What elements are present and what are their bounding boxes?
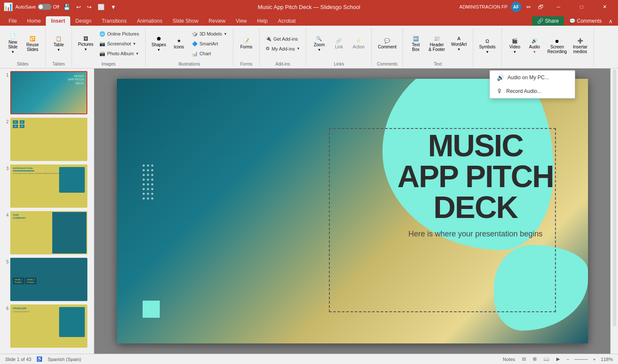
- insertar-medios-button[interactable]: ➕ Insertarmedios: [570, 31, 590, 61]
- comment-button[interactable]: 💬 Comment: [375, 29, 399, 59]
- slide-thumbnail-4[interactable]: OURCOMPANY: [10, 211, 87, 254]
- reuse-slides-button[interactable]: 🔁 ReuseSlides: [23, 29, 42, 59]
- zoom-plus[interactable]: +: [591, 356, 597, 362]
- get-addins-button[interactable]: 🔌 Get Add-ins: [263, 34, 302, 44]
- slide-thumbnail-5[interactable]: NAME 1Position NAME 2Position: [10, 258, 87, 301]
- shapes-button[interactable]: ⬟ Shapes ▼: [149, 29, 169, 59]
- shapes-dd[interactable]: ▼: [157, 48, 161, 52]
- save-button[interactable]: 💾: [62, 3, 72, 11]
- action-button[interactable]: ⚡ Action: [349, 29, 368, 59]
- ribbon-tabs: File Home Insert Design Transitions Anim…: [0, 14, 618, 26]
- tab-animations[interactable]: Animations: [132, 16, 167, 26]
- pictures-dd[interactable]: ▼: [84, 48, 87, 51]
- close-button[interactable]: ✕: [595, 0, 615, 14]
- audio-on-pc-item[interactable]: 🔊 Audio on My PC...: [490, 71, 575, 84]
- canvas-area[interactable]: MUSICAPP PITCHDECK Here is where your pr…: [94, 69, 610, 354]
- tab-transitions[interactable]: Transitions: [96, 16, 131, 26]
- screenshot-button[interactable]: 📷 Screenshot ▼: [97, 39, 142, 48]
- icons-button[interactable]: ★ Icons: [170, 29, 188, 59]
- textbox-button[interactable]: 🔤 TextBox: [406, 29, 425, 59]
- photo-album-button[interactable]: 📸 Photo Album ▼: [97, 49, 142, 58]
- autosave-toggle[interactable]: [38, 4, 51, 10]
- tables-items: 📋 Table ▼: [49, 27, 68, 60]
- audio-button[interactable]: 🔊 Audio ▼: [525, 31, 544, 61]
- slide-thumb-6[interactable]: 6 PROBLEM! Lorem ipsum dolor sit: [2, 304, 92, 349]
- pictures-button[interactable]: 🖼 Pictures ▼: [75, 29, 96, 59]
- slide-thumbnail-6[interactable]: PROBLEM! Lorem ipsum dolor sit: [10, 304, 87, 348]
- chart-button[interactable]: 📊 Chart: [189, 49, 230, 58]
- icons-icon: ★: [177, 38, 181, 44]
- ribbon-group-text: 🔤 TextBox 📰 Header& Footer A WordArt ▼ T…: [403, 27, 473, 66]
- link-button[interactable]: 🔗 Link: [329, 29, 348, 59]
- maximize-button[interactable]: □: [572, 0, 591, 14]
- pen-button[interactable]: ✏: [525, 3, 533, 11]
- photo-album-icon: 📸: [99, 51, 105, 57]
- record-audio-icon: 🎙: [497, 88, 503, 95]
- symbols-button[interactable]: Ω Symbols ▼: [477, 31, 498, 61]
- tab-design[interactable]: Design: [70, 16, 96, 26]
- video-button[interactable]: 🎬 Video ▼: [505, 31, 524, 61]
- title-bar-right: ADMINISTRACION FP AF ✏ 🗗 ─ □ ✕: [460, 0, 615, 14]
- tab-home[interactable]: Home: [22, 16, 46, 26]
- comments-button[interactable]: 💬 Comments: [566, 16, 605, 26]
- slide-thumb-1[interactable]: 1 MUSICAPP PITCHDECK: [2, 70, 92, 115]
- redo-button[interactable]: ↪: [85, 3, 93, 11]
- tab-acrobat[interactable]: Acrobat: [273, 16, 301, 26]
- restore-button[interactable]: 🗗: [536, 3, 545, 11]
- header-footer-button[interactable]: 📰 Header& Footer: [426, 29, 448, 59]
- ribbon-group-comments: 💬 Comment Comments: [372, 27, 403, 66]
- tab-view[interactable]: View: [230, 16, 252, 26]
- reading-view-button[interactable]: 📖: [542, 356, 551, 362]
- zoom-slider[interactable]: ────: [574, 357, 588, 362]
- table-button[interactable]: 📋 Table ▼: [49, 29, 68, 59]
- minimize-button[interactable]: ─: [549, 0, 568, 14]
- notes-button[interactable]: Notes: [501, 356, 517, 362]
- ribbon-collapse[interactable]: ∧: [607, 17, 615, 25]
- record-audio-item[interactable]: 🎙 Record Audio...: [490, 84, 575, 98]
- tab-file[interactable]: File: [3, 16, 22, 26]
- tab-slideshow[interactable]: Slide Show: [167, 16, 203, 26]
- wordart-dd[interactable]: ▼: [457, 48, 460, 51]
- symbols-dd[interactable]: ▼: [486, 50, 489, 54]
- undo-button[interactable]: ↩: [75, 3, 83, 11]
- slide-thumb-4[interactable]: 4 OURCOMPANY: [2, 210, 92, 255]
- tab-insert[interactable]: Insert: [46, 16, 70, 26]
- zoom-dd[interactable]: ▼: [318, 48, 321, 52]
- online-pictures-button[interactable]: 🌐 Online Pictures: [97, 29, 142, 39]
- images-items: 🖼 Pictures ▼ 🌐 Online Pictures 📷 Screens…: [75, 27, 142, 60]
- title-bar-left: 📊 AutoSave Off 💾 ↩ ↪ ⬜ ▼: [3, 2, 118, 12]
- header-footer-icon: 📰: [434, 36, 440, 42]
- presentation-mode-button[interactable]: ⬜: [96, 3, 106, 11]
- my-addins-button[interactable]: ⚙ My Add-ins ▼: [263, 44, 302, 54]
- slide-panel[interactable]: 1 MUSICAPP PITCHDECK 2 0102 0304 3 INTRO…: [0, 69, 94, 354]
- table-icon: 📋: [56, 36, 62, 42]
- presentation-view-button[interactable]: ▶: [555, 356, 561, 362]
- wordart-button[interactable]: A WordArt ▼: [448, 29, 469, 59]
- zoom-minus[interactable]: −: [565, 356, 571, 362]
- ribbon-group-media: 🎬 Video ▼ 🔊 Audio ▼ ⏺ ScreenRecording ➕ …: [502, 27, 594, 66]
- video-dd[interactable]: ▼: [513, 50, 516, 54]
- audio-dd[interactable]: ▼: [533, 50, 536, 54]
- tab-help[interactable]: Help: [252, 16, 273, 26]
- table-dd[interactable]: ▼: [57, 48, 60, 52]
- slide-thumb-3[interactable]: 3 INTRODUCTION Lorem ipsum dolor sit ame…: [2, 164, 92, 209]
- screen-recording-button[interactable]: ⏺ ScreenRecording: [545, 31, 570, 61]
- smartart-button[interactable]: 🔷 SmartArt: [189, 39, 230, 48]
- customize-button[interactable]: ▼: [109, 3, 118, 11]
- zoom-button[interactable]: 🔍 Zoom ▼: [310, 29, 328, 59]
- text-items: 🔤 TextBox 📰 Header& Footer A WordArt ▼: [406, 27, 469, 60]
- new-slide-button[interactable]: 📄 NewSlide ▼: [3, 29, 22, 59]
- 3d-models-button[interactable]: 🎲 3D Models ▼: [189, 29, 230, 39]
- slide-thumb-2[interactable]: 2 0102 0304: [2, 117, 92, 162]
- normal-view-button[interactable]: ⊟: [520, 356, 528, 362]
- slide-thumb-5[interactable]: 5 NAME 1Position NAME 2Position: [2, 257, 92, 302]
- slide-thumbnail-1[interactable]: MUSICAPP PITCHDECK: [10, 71, 87, 114]
- tab-review[interactable]: Review: [203, 16, 230, 26]
- ribbon-group-addins: 🔌 Get Add-ins ⚙ My Add-ins ▼ Add-ins: [260, 27, 306, 66]
- share-button[interactable]: 🔗 Share: [532, 16, 564, 26]
- slide-sorter-button[interactable]: ⊞: [531, 356, 538, 362]
- new-slide-dd[interactable]: ▼: [11, 50, 15, 54]
- forms-button[interactable]: 📝 Forms: [237, 29, 256, 59]
- slide-thumbnail-3[interactable]: INTRODUCTION Lorem ipsum dolor sit amet …: [10, 164, 87, 208]
- slide-thumbnail-2[interactable]: 0102 0304: [10, 118, 87, 161]
